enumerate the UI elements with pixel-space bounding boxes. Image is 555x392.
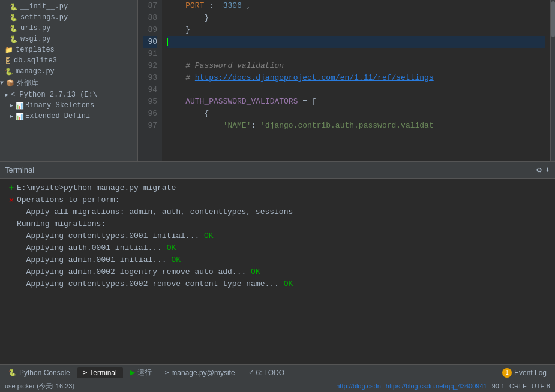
status-encoding: UTF-8 — [532, 382, 550, 390]
status-crlf: CRLF — [509, 382, 527, 390]
sidebar-label-manage: manage.py — [16, 67, 55, 76]
sidebar-item-binary[interactable]: ▶ 📊 Binary Skeletons — [0, 100, 137, 111]
sidebar-item-ext-lib[interactable]: ▼ 📦 外部库 — [0, 77, 137, 89]
cursor — [167, 38, 168, 46]
terminal-text-4: Applying contenttypes.0001_initial... OK — [17, 230, 214, 242]
terminal-text-5: Applying auth.0001_initial... OK — [17, 242, 176, 254]
python-file-icon: 🐍 — [10, 3, 18, 11]
code-line-93: # https://docs.djangoproject.com/en/1.11… — [167, 72, 545, 84]
bar-chart-icon-2: 📊 — [16, 113, 24, 120]
collapse-icon-binary: ▶ — [10, 102, 13, 109]
code-and-scrollbar: 87 88 89 90 91 92 93 94 95 96 97 PORT : … — [138, 0, 555, 161]
terminal-line-0: + E:\mysite>python manage.py migrate — [6, 182, 549, 194]
status-position: 90:1 — [492, 382, 505, 390]
scrollbar-thumb — [551, 1, 555, 37]
folder-icon-templates: 📁 — [5, 46, 13, 54]
tab-terminal[interactable]: > Terminal — [77, 367, 123, 378]
code-line-97: 'NAME': 'django.contrib.auth.password.va… — [167, 120, 545, 132]
sidebar-item-settings-py[interactable]: 🐍 settings.py — [0, 12, 137, 23]
sidebar-label-python: < Python 2.7.13 (E:\ — [11, 91, 97, 99]
python-console-icon: 🐍 — [8, 369, 17, 376]
sidebar-label-extlib: 外部库 — [17, 78, 38, 88]
tab-manage[interactable]: > manage.py@mysite — [159, 367, 241, 378]
sidebar-item-wsgi-py[interactable]: 🐍 wsgi.py — [0, 34, 137, 44]
code-line-91 — [167, 48, 545, 60]
event-log-badge: 1 — [502, 368, 512, 378]
sidebar-label-urls: urls.py — [20, 24, 50, 32]
sidebar-item-urls-py[interactable]: 🐍 urls.py — [0, 23, 137, 34]
tab-label-python-console: Python Console — [19, 369, 70, 377]
terminal-text-1: Operations to perform: — [17, 194, 120, 206]
tab-label-todo: 6: TODO — [256, 369, 285, 377]
terminal-line-8: Applying contenttypes.0002_remove_conten… — [6, 278, 549, 290]
sidebar-item-extended[interactable]: ▶ 📊 Extended Defini — [0, 111, 137, 122]
sidebar: 🐍 __init__.py 🐍 settings.py 🐍 urls.py 🐍 … — [0, 0, 138, 161]
terminal-line-2: Apply all migrations: admin, auth, conte… — [6, 206, 549, 218]
status-left: use picker (今天f 16:23) — [5, 382, 74, 391]
code-line-90 — [167, 36, 545, 48]
terminal-line-5: Applying auth.0001_initial... OK — [6, 242, 549, 254]
status-bar: use picker (今天f 16:23) http://blog.csdn … — [0, 380, 555, 392]
code-content[interactable]: PORT : 3306 , } } — [162, 0, 550, 161]
db-icon: 🗄 — [5, 57, 11, 65]
sidebar-item-db[interactable]: 🗄 db.sqlite3 — [0, 55, 137, 66]
main-area: 🐍 __init__.py 🐍 settings.py 🐍 urls.py 🐍 … — [0, 0, 555, 161]
terminal-text-6: Applying admin.0001_initial... OK — [17, 254, 181, 266]
terminal-title: Terminal — [5, 165, 34, 174]
vertical-scrollbar[interactable] — [550, 0, 555, 161]
tab-run[interactable]: ▶ 运行 — [124, 366, 158, 379]
terminal-controls: ⚙ ⬇ — [536, 165, 550, 175]
settings-icon[interactable]: ⚙ — [536, 165, 541, 175]
tab-label-terminal: Terminal — [89, 369, 116, 377]
terminal-panel: Terminal ⚙ ⬇ + E:\mysite>python manage.p… — [0, 161, 555, 364]
terminal-text-7: Applying admin.0002_logentry_remove_auto… — [17, 266, 260, 278]
terminal-text-8: Applying contenttypes.0002_remove_conten… — [17, 278, 293, 290]
bottom-bar: 🐍 Python Console > Terminal ▶ 运行 > manag… — [0, 364, 555, 392]
code-line-87: PORT : 3306 , — [167, 0, 545, 12]
terminal-text-2: Apply all migrations: admin, auth, conte… — [17, 206, 293, 218]
code-view[interactable]: 87 88 89 90 91 92 93 94 95 96 97 PORT : … — [138, 0, 550, 161]
code-line-89: } — [167, 24, 545, 36]
status-right: http://blog.csdn https://blog.csdn.net/q… — [336, 382, 550, 390]
todo-icon: ✓ — [248, 369, 254, 376]
sidebar-label-ext: 📦 — [6, 79, 14, 87]
terminal-line-4: Applying contenttypes.0001_initial... OK — [6, 230, 549, 242]
code-line-88: } — [167, 12, 545, 24]
python-file-icon-5: 🐍 — [5, 68, 13, 76]
terminal-text-0: E:\mysite>python manage.py migrate — [17, 182, 176, 194]
code-line-95: AUTH_PASSWORD_VALIDATORS = [ — [167, 96, 545, 108]
sidebar-label-binary: Binary Skeletons — [25, 101, 94, 110]
tab-python-console[interactable]: 🐍 Python Console — [2, 367, 76, 378]
tab-label-manage: manage.py@mysite — [171, 369, 235, 377]
sidebar-item-templates[interactable]: 📁 templates — [0, 44, 137, 55]
collapse-icon-ext: ▼ — [0, 80, 4, 86]
code-line-96: { — [167, 108, 545, 120]
editor-area: 87 88 89 90 91 92 93 94 95 96 97 PORT : … — [138, 0, 555, 161]
sidebar-label-templates: templates — [16, 46, 55, 54]
terminal-tab-icon: > — [83, 369, 88, 376]
download-icon[interactable]: ⬇ — [545, 165, 550, 175]
tab-event-log[interactable]: 1 Event Log — [496, 367, 553, 379]
status-url2: https://blog.csdn.net/qq_43600941 — [386, 382, 487, 390]
collapse-icon-extended: ▶ — [10, 113, 13, 120]
python-file-icon-4: 🐍 — [10, 35, 18, 43]
cross-icon: ✕ — [6, 194, 17, 206]
collapse-icon-python: ▶ — [5, 91, 8, 98]
code-line-92: # Password validation — [167, 60, 545, 72]
status-picker: use picker (今天f 16:23) — [5, 382, 74, 391]
sidebar-item-python-env[interactable]: ▶ < Python 2.7.13 (E:\ — [0, 89, 137, 100]
terminal-line-3: Running migrations: — [6, 218, 549, 230]
sidebar-item-init-py[interactable]: 🐍 __init__.py — [0, 1, 137, 12]
tab-label-event-log: Event Log — [514, 369, 547, 377]
terminal-text-3: Running migrations: — [17, 218, 106, 230]
tab-label-run: 运行 — [137, 367, 152, 378]
terminal-header: Terminal ⚙ ⬇ — [0, 162, 555, 179]
bar-chart-icon: 📊 — [16, 102, 24, 110]
python-file-icon-3: 🐍 — [10, 25, 18, 32]
sidebar-label-init: __init__.py — [20, 2, 68, 11]
sidebar-item-manage-py[interactable]: 🐍 manage.py — [0, 66, 137, 77]
sidebar-label-settings: settings.py — [20, 13, 68, 22]
terminal-content[interactable]: + E:\mysite>python manage.py migrate ✕ O… — [0, 179, 555, 364]
tab-todo[interactable]: ✓ 6: TODO — [242, 367, 291, 378]
sidebar-label-db: db.sqlite3 — [14, 56, 57, 65]
